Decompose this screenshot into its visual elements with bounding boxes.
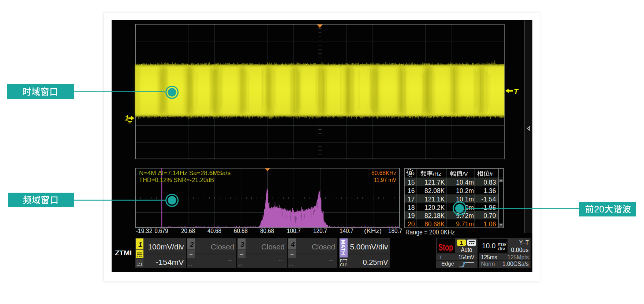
svg-text:ZTMI: ZTMI (115, 249, 132, 257)
svg-text:1:1: 1:1 (137, 262, 142, 266)
svg-text:125Mpts: 125Mpts (508, 254, 529, 260)
svg-text:-1.54: -1.54 (482, 196, 496, 203)
svg-text:Closed: Closed (312, 242, 335, 251)
svg-text:Y–T: Y–T (519, 239, 529, 246)
svg-text:120.7: 120.7 (313, 227, 327, 234)
svg-text:140.7: 140.7 (340, 227, 353, 234)
svg-text:CH1: CH1 (340, 263, 348, 267)
svg-text:16: 16 (408, 187, 415, 194)
svg-text:100.7: 100.7 (287, 227, 301, 234)
svg-text:2: 2 (190, 241, 194, 248)
svg-text:60.68: 60.68 (234, 227, 248, 234)
svg-text:10.0m: 10.0m (456, 204, 474, 211)
svg-text:1: 1 (125, 114, 129, 122)
svg-text:10.4m: 10.4m (456, 179, 474, 186)
svg-text:Stop: Stop (438, 242, 453, 253)
svg-text:10.2m: 10.2m (456, 187, 474, 194)
svg-text:Closed: Closed (211, 242, 234, 251)
svg-text:-:-: -:- (239, 263, 243, 267)
svg-text:0.83: 0.83 (483, 179, 496, 186)
svg-text:4: 4 (291, 241, 295, 248)
svg-text:19: 19 (408, 212, 415, 219)
svg-text:-19.32: -19.32 (136, 227, 153, 234)
svg-text:3: 3 (240, 241, 244, 248)
svg-text:15: 15 (408, 179, 415, 186)
svg-text:82.18K: 82.18K (424, 212, 445, 219)
svg-text:--: -- (278, 257, 282, 263)
svg-text:N=4M Δf=7.14Hz Sa=28.6MSa/s: N=4M Δf=7.14Hz Sa=28.6MSa/s (139, 170, 231, 176)
svg-text:125ms: 125ms (481, 254, 497, 260)
svg-text:9.71m: 9.71m (456, 220, 474, 228)
svg-text:-:-: -:- (289, 263, 293, 267)
svg-text:Edge: Edge (441, 260, 454, 267)
svg-text:/r: /r (490, 171, 493, 177)
svg-text:Auto: Auto (461, 246, 472, 253)
svg-text:10.0: 10.0 (482, 241, 496, 250)
svg-text:/V: /V (463, 171, 468, 177)
svg-text:154mV: 154mV (458, 254, 474, 260)
svg-text:T: T (514, 88, 519, 96)
svg-text:10.1m: 10.1m (456, 196, 474, 203)
svg-text:80.68KHz: 80.68KHz (371, 170, 396, 176)
svg-text:MATH: MATH (340, 240, 346, 255)
svg-text:0.70: 0.70 (483, 212, 496, 219)
svg-text:17: 17 (408, 196, 415, 203)
svg-text:/Hz: /Hz (433, 171, 441, 177)
svg-text:0.679: 0.679 (155, 227, 168, 234)
svg-text:9.72m: 9.72m (456, 212, 474, 219)
svg-text:40.68: 40.68 (207, 227, 221, 234)
svg-text:100mV/div: 100mV/div (148, 243, 184, 251)
svg-text:20: 20 (594, 204, 604, 214)
svg-text:-1.96: -1.96 (482, 204, 496, 211)
svg-text:-154mV: -154mV (156, 258, 184, 266)
svg-text:Closed: Closed (261, 242, 285, 251)
svg-text:20: 20 (408, 220, 415, 228)
svg-text:0.25mV: 0.25mV (363, 258, 389, 266)
svg-text:--: -- (329, 257, 333, 263)
svg-text:5.00mV/div: 5.00mV/div (350, 243, 388, 251)
svg-text:-:-: -:- (188, 263, 192, 267)
svg-text:div: div (498, 246, 506, 251)
svg-text:180.7: 180.7 (388, 227, 402, 234)
svg-text:80.68: 80.68 (260, 227, 274, 234)
svg-text:THD=0.12% SNR=-21.20dB: THD=0.12% SNR=-21.20dB (139, 177, 214, 183)
svg-text:1: 1 (460, 240, 463, 246)
svg-text:121.7K: 121.7K (424, 179, 445, 186)
svg-text:82.08K: 82.08K (424, 187, 445, 194)
svg-text:T: T (439, 254, 442, 260)
svg-text:1.06: 1.06 (483, 220, 496, 228)
svg-text:80.68K: 80.68K (424, 220, 445, 228)
svg-text:0.00us: 0.00us (511, 246, 529, 253)
svg-text:Range = 200.0KHz: Range = 200.0KHz (405, 229, 455, 236)
svg-text:1.00GSa/s: 1.00GSa/s (502, 261, 529, 267)
svg-text:Norm: Norm (481, 261, 495, 267)
svg-text:18: 18 (408, 204, 415, 211)
svg-text:121.1K: 121.1K (424, 196, 445, 203)
svg-text:1: 1 (138, 241, 142, 248)
svg-text:B: B (408, 170, 412, 176)
svg-text:11.97 mV: 11.97 mV (374, 177, 396, 183)
svg-text:(KHz): (KHz) (364, 227, 382, 234)
svg-text:20.68: 20.68 (181, 227, 195, 234)
svg-text:1.36: 1.36 (483, 187, 496, 194)
svg-text:120.2K: 120.2K (424, 204, 445, 211)
svg-text:--: -- (228, 257, 232, 263)
